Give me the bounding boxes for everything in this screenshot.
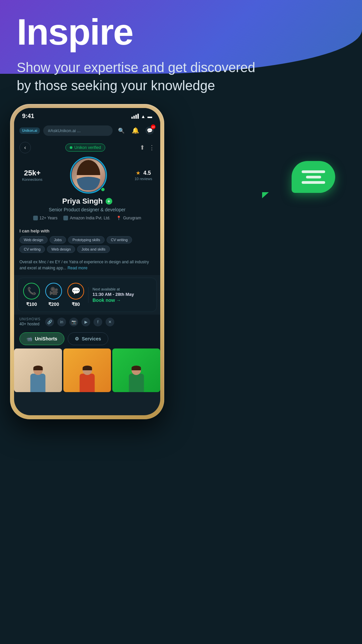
tag-cv-writing-2[interactable]: CV writing (19, 246, 45, 253)
youtube-icon[interactable]: ▶ (81, 318, 90, 326)
tab-services[interactable]: ⚙ Services (68, 332, 108, 345)
services-tab-icon: ⚙ (75, 336, 79, 341)
avatar-face (77, 160, 100, 190)
tag-cv-writing[interactable]: CV writing (107, 236, 132, 244)
konnections-count: 25k+ (22, 169, 43, 177)
services-tab-label: Services (82, 336, 101, 341)
bell-icon: 🔔 (132, 127, 139, 134)
experience-meta: 12+ Years (33, 216, 58, 220)
status-time: 9:41 (22, 113, 34, 120)
review-count: 10 reviews (134, 177, 152, 181)
video-call-icon: 🎥 (45, 283, 62, 300)
unishows-row: UNISHOWS 40+ hosted 🔗 in 📷 ▶ f ✕ (14, 315, 160, 329)
top-nav: Unikon.ai #AskUnikon.ai ... 🔍 🔔 💬 10 (14, 122, 160, 139)
star-icon: ★ (136, 170, 140, 176)
body-1 (31, 374, 46, 392)
hair-1 (33, 366, 43, 370)
call-price: ₹100 (26, 302, 37, 307)
skills-section: I can help with Web design Jobs Prototyp… (14, 225, 160, 256)
bio-section: Overall ex Mnc / ex EY / ex Yatra of exp… (14, 256, 160, 275)
instagram-icon[interactable]: 📷 (69, 318, 78, 326)
chat-option[interactable]: 💬 ₹80 (67, 283, 84, 307)
facebook-icon[interactable]: f (94, 318, 102, 326)
tag-prototyping[interactable]: Prototyping skills (68, 236, 105, 244)
top-profile-row: ‹ Unikon verified ⬆ ⋮ (19, 142, 155, 153)
avatar (70, 157, 107, 194)
body-3 (129, 374, 144, 392)
experience-icon (33, 216, 38, 220)
messages-icon[interactable]: 💬 10 (144, 125, 155, 136)
video-price: ₹200 (48, 302, 59, 307)
status-bar: 9:41 ▲ ▬ (14, 108, 160, 122)
experience-text: 12+ Years (40, 216, 58, 220)
chat-icon: 💬 (67, 283, 84, 300)
search-bar[interactable]: #AskUnikon.ai ... (43, 125, 113, 136)
profile-name-row: Priya Singh + Senior Product designer & … (19, 197, 155, 212)
profile-area: ‹ Unikon verified ⬆ ⋮ 25k+ Konnections (14, 139, 160, 225)
notification-bell[interactable]: 🔔 (130, 125, 141, 136)
social-icons: 🔗 in 📷 ▶ f ✕ (45, 318, 114, 326)
plus-badge: + (106, 198, 112, 205)
linkedin-icon[interactable]: in (57, 318, 66, 326)
rating-row: ★ 4.5 (134, 170, 152, 176)
thumbnails-row (14, 348, 160, 392)
share-icon[interactable]: ⬆ (140, 144, 145, 151)
call-option[interactable]: 📞 ₹100 (23, 283, 40, 307)
link-icon[interactable]: 🔗 (45, 318, 54, 326)
more-icon[interactable]: ⋮ (149, 144, 155, 151)
bubble-line-2 (306, 176, 321, 178)
video-option[interactable]: 🎥 ₹200 (45, 283, 62, 307)
rating-score: 4.5 (143, 170, 151, 176)
read-more-link[interactable]: Read more (67, 266, 87, 270)
company-text: Amazon India Pvt. Ltd. (70, 216, 110, 220)
status-icons: ▲ ▬ (131, 114, 152, 119)
hero-title: Inspire (17, 13, 258, 50)
company-icon (63, 216, 68, 220)
head-2 (82, 366, 92, 375)
thumbnail-3[interactable] (112, 348, 160, 392)
thumbnail-2[interactable] (63, 348, 111, 392)
battery-icon: ▬ (147, 114, 152, 119)
name-text: Priya Singh (62, 197, 103, 206)
hair-2 (82, 366, 92, 370)
person-2 (80, 366, 95, 392)
location-meta: 📍 Gurugram (116, 216, 141, 220)
online-indicator (101, 187, 105, 192)
avatar-hair (77, 160, 100, 175)
can-help-label: I can help with (19, 228, 155, 233)
unishows-label: UNISHOWS (19, 317, 41, 321)
tag-web-design[interactable]: Web design (19, 236, 48, 244)
tags-row: Web design Jobs Prototyping skills CV wr… (19, 236, 155, 253)
call-options: 📞 ₹100 🎥 ₹200 💬 ₹80 (23, 283, 84, 307)
profile-center-row: 25k+ Konnections (22, 157, 152, 194)
back-button[interactable]: ‹ (19, 142, 31, 153)
location-icon: 📍 (116, 216, 121, 220)
x-icon[interactable]: ✕ (106, 318, 114, 326)
bubble-tail (262, 192, 269, 198)
konnections: 25k+ Konnections (22, 169, 43, 181)
action-icons: ⬆ ⋮ (140, 144, 155, 151)
tag-web-design-2[interactable]: Web design (47, 246, 75, 253)
body-2 (80, 374, 95, 392)
wifi-icon: ▲ (141, 114, 145, 119)
unishorts-tab-icon: 📹 (26, 336, 32, 341)
booking-info: Next available at 11:30 AM - 28th May Bo… (88, 287, 151, 303)
tab-unishorts[interactable]: 📹 UniShorts (19, 332, 64, 345)
thumbnail-1[interactable] (14, 348, 62, 392)
head-1 (33, 366, 43, 375)
chat-bubble-decoration (292, 161, 335, 198)
available-time: 11:30 AM - 28th May (93, 292, 151, 297)
phone-call-icon: 📞 (23, 283, 40, 300)
tag-jobs[interactable]: Jobs (50, 236, 66, 244)
signal-icon (131, 114, 139, 119)
search-icon-btn[interactable]: 🔍 (116, 125, 127, 136)
phone-body: 9:41 ▲ ▬ Unikon.ai #AskUnikon.ai ... (10, 104, 164, 419)
book-now-button[interactable]: Book now → (93, 298, 151, 303)
konnections-label: Konnections (22, 177, 43, 181)
company-meta: Amazon India Pvt. Ltd. (63, 216, 110, 220)
hosted-count: 40+ hosted (19, 322, 41, 326)
tag-jobs-skills[interactable]: Jobs and skills (77, 246, 110, 253)
next-available-label: Next available at (93, 287, 151, 291)
head-3 (132, 366, 141, 375)
bubble-line-3 (302, 181, 325, 184)
